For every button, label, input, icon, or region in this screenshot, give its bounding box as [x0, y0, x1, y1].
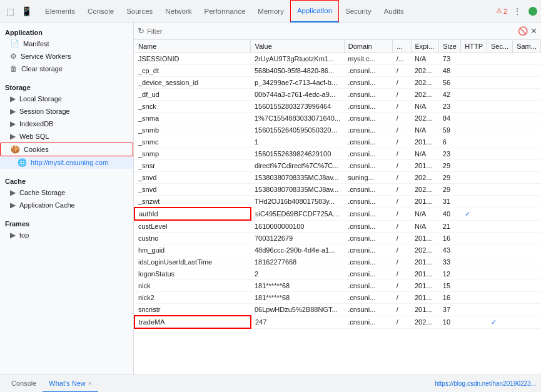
col-header-size[interactable]: Size	[439, 40, 461, 53]
table-row[interactable]: _snma1%7C1554883033071640....cnsuni.../2…	[134, 113, 541, 124]
cell-sam	[513, 53, 541, 65]
bottom-tab-console[interactable]: Console	[5, 375, 43, 393]
sidebar-item-cookies-url[interactable]: 🌐http://mysit.cnsuning.com	[0, 156, 133, 169]
cell-path: /	[393, 184, 411, 196]
bottom-bar: ConsoleWhat's New× https://blog.csdn.net…	[0, 374, 541, 392]
close-filter-icon[interactable]: ✕	[530, 26, 537, 36]
sidebar-item-indexeddb[interactable]: ▶IndexedDB	[0, 118, 133, 130]
col-header-sec[interactable]: Sec...	[487, 40, 513, 53]
cell-expires: 202...	[411, 244, 439, 256]
table-row[interactable]: nick2181******68.cnsuni.../201...16	[134, 292, 541, 304]
tab-sources[interactable]: Sources	[120, 0, 159, 23]
sidebar-item-service-workers[interactable]: ⚙Service Workers	[0, 50, 133, 63]
table-row[interactable]: JSESSIONID2rUyAU9T3gRtuotzKm1...mysit.c.…	[134, 53, 541, 65]
sidebar-item-top[interactable]: ▶top	[0, 229, 133, 241]
tab-elements[interactable]: Elements	[39, 0, 81, 23]
sidebar-item-application-cache[interactable]: ▶Application Cache	[0, 199, 133, 211]
cell-http	[461, 101, 487, 113]
sidebar-item-cache-storage[interactable]: ▶Cache Storage	[0, 186, 133, 199]
clear-filter-icon[interactable]: 🚫	[518, 26, 528, 36]
table-row[interactable]: sncnstr06LpwHDzu5%2B88NGT....cnsuni.../2…	[134, 304, 541, 316]
tab-console[interactable]: Console	[81, 0, 120, 23]
col-header-name[interactable]: Name	[134, 40, 251, 53]
cell-expires: N/A	[411, 148, 439, 160]
cell-http	[461, 292, 487, 304]
table-row[interactable]: _snvd15380380708335MCJ8av....cnsuni.../2…	[134, 184, 541, 196]
cell-sec	[487, 184, 513, 196]
cell-value: 247	[251, 316, 344, 328]
col-header-http[interactable]: HTTP	[461, 40, 487, 53]
table-row[interactable]: _df_ud00b744a3-c761-4edc-a9....cnsuni...…	[134, 89, 541, 101]
cell-expires: 201...	[411, 292, 439, 304]
col-header-domain[interactable]: Domain	[344, 40, 392, 53]
sidebar-label-clear-storage: Clear storage	[21, 65, 63, 73]
table-row[interactable]: _snmp15601552639824629100.cnsuni.../N/A2…	[134, 148, 541, 160]
cell-path: /	[393, 244, 411, 256]
cell-sec	[487, 172, 513, 184]
table-row[interactable]: idsLoginUserIdLastTime18162277668.cnsuni…	[134, 256, 541, 268]
table-row[interactable]: _snsrdirect%7Cdirect%7C%7C....cnsuni.../…	[134, 160, 541, 172]
tab-audits[interactable]: Audits	[378, 0, 410, 23]
table-row[interactable]: _snzwtTHd2OJ16b408017583y....cnsuni.../2…	[134, 196, 541, 208]
inspect-icon[interactable]: ⬚	[3, 4, 18, 19]
table-row[interactable]: nick181******68.cnsuni.../201...15	[134, 280, 541, 292]
cell-size: 6	[439, 136, 461, 148]
more-options-icon[interactable]: ⋮	[510, 4, 525, 19]
main-content: ↻ 🚫 ✕ Name Value Domain ... Expi... Size…	[134, 23, 541, 374]
cell-value: 1610000000100	[251, 220, 344, 233]
sidebar-item-manifest[interactable]: 📄Manifest	[0, 38, 133, 50]
cell-domain: mysit.c...	[344, 53, 392, 65]
cell-path: /...	[393, 53, 411, 65]
cell-sec	[487, 256, 513, 268]
tab-security[interactable]: Security	[339, 0, 378, 23]
bottom-tab-label-console: Console	[11, 379, 36, 387]
refresh-icon[interactable]: ↻	[138, 26, 144, 36]
table-row[interactable]: _snmc1.cnsuni.../201...6	[134, 136, 541, 148]
tab-performance[interactable]: Performance	[198, 0, 252, 23]
cell-value: 181******68	[251, 292, 344, 304]
sidebar-item-web-sql[interactable]: ▶Web SQL	[0, 130, 133, 143]
cell-expires: 201...	[411, 196, 439, 208]
cell-value: 18162277668	[251, 256, 344, 268]
table-row[interactable]: hm_guid48d96ccc-290b-4d4e-a1....cnsuni..…	[134, 244, 541, 256]
bottom-tab-whats-new[interactable]: What's New×	[43, 375, 98, 393]
col-header-path[interactable]: ...	[393, 40, 411, 53]
col-header-expires[interactable]: Expi...	[411, 40, 439, 53]
table-row[interactable]: _snmb15601552640595050320%....cnsuni.../…	[134, 124, 541, 136]
table-row[interactable]: _snvd15380380708335MCJ8av...suning.../20…	[134, 172, 541, 184]
table-row[interactable]: _cp_dt568b4050-95f8-4820-86....cnsuni...…	[134, 65, 541, 77]
cell-name: _snzwt	[134, 196, 251, 208]
cell-sec	[487, 268, 513, 280]
cell-path: /	[393, 113, 411, 124]
bottom-tab-label-whats-new: What's New	[49, 379, 85, 387]
device-icon[interactable]: 📱	[19, 4, 34, 19]
table-row[interactable]: authIdsiC495ED69BFCDF725A3....cnsuni.../…	[134, 208, 541, 220]
sidebar-item-clear-storage[interactable]: 🗑Clear storage	[0, 63, 133, 75]
table-row[interactable]: _snck15601552803273996464.cnsuni.../N/A2…	[134, 101, 541, 113]
cell-size: 10	[439, 316, 461, 328]
tab-memory[interactable]: Memory	[251, 0, 290, 23]
cookies-table: Name Value Domain ... Expi... Size HTTP …	[134, 40, 541, 329]
cell-expires: 202...	[411, 89, 439, 101]
bottom-tab-close-whats-new[interactable]: ×	[88, 379, 92, 387]
col-header-value[interactable]: Value	[251, 40, 344, 53]
filter-bar: ↻ 🚫 ✕	[134, 23, 541, 40]
sidebar-item-cookies[interactable]: 🍪Cookies	[0, 143, 133, 156]
filter-input[interactable]	[147, 28, 515, 35]
sidebar-icon-clear-storage: 🗑	[10, 64, 18, 73]
sidebar-item-local-storage[interactable]: ▶Local Storage	[0, 93, 133, 105]
sidebar-icon-indexeddb: ▶	[10, 119, 16, 128]
table-row[interactable]: custno7003122679.cnsuni.../201...16	[134, 233, 541, 244]
tab-application[interactable]: Application	[290, 0, 339, 23]
table-row[interactable]: tradeMA247.cnsuni.../202...10✓	[134, 316, 541, 328]
bottom-url[interactable]: https://blog.csdn.net/han20190223...	[435, 380, 536, 387]
table-row[interactable]: logonStatus2.cnsuni.../201...12	[134, 268, 541, 280]
sidebar-item-session-storage[interactable]: ▶Session Storage	[0, 105, 133, 118]
sidebar-label-local-storage: Local Storage	[19, 95, 62, 103]
tab-network[interactable]: Network	[159, 0, 198, 23]
cell-domain: .cnsuni...	[344, 304, 392, 316]
table-row[interactable]: custLevel1610000000100.cnsuni.../N/A21	[134, 220, 541, 233]
cell-path: /	[393, 292, 411, 304]
table-row[interactable]: _device_session_idp_34299ae7-c713-4acf-b…	[134, 77, 541, 89]
col-header-sam[interactable]: Sam...	[513, 40, 541, 53]
